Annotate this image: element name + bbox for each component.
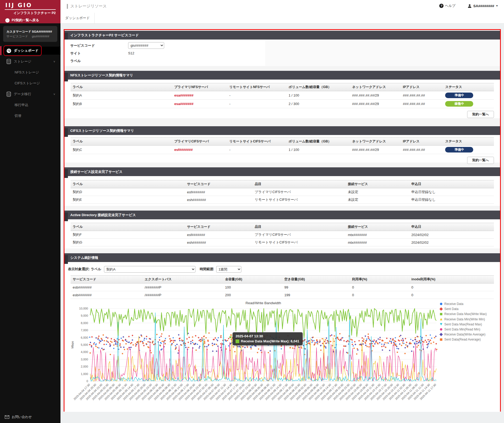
tooltip-series-value: Receive Data Max(Write Max): 6,041	[241, 339, 299, 343]
table-cell: 2 / 300	[286, 100, 350, 108]
target-select[interactable]: 契約A	[104, 266, 195, 273]
chart-tooltip: 2025-04-07 13:30 Receive Data Max(Write …	[233, 332, 303, 345]
column-header: ラベル	[71, 138, 172, 146]
sidebar-item-data-migration[interactable]: データ移行˅	[0, 90, 60, 98]
column-header: ラベル	[71, 180, 185, 188]
column-header: 接続サービス	[346, 180, 409, 188]
ad-service-table: ラベルサービスコード品目接続サービス申込日契約Fesf#######プライマリC…	[71, 223, 494, 246]
table-cell: esh#######	[185, 196, 253, 204]
table-cell: esb#######	[71, 284, 142, 291]
sidebar-item-label: 切替	[15, 114, 21, 118]
column-header: サービスコード	[185, 180, 253, 188]
title-accent-bar	[67, 4, 68, 9]
envelope-icon	[5, 415, 9, 419]
table-cell: esf#######	[185, 231, 253, 239]
contact-label: お問い合わせ	[12, 415, 32, 419]
sidebar-item-cifs-storage[interactable]: CIFSストレージ	[0, 79, 60, 87]
column-header: サービスコード	[185, 223, 253, 231]
tooltip-series-swatch	[236, 339, 239, 343]
column-header: 全容量(GB)	[223, 276, 282, 284]
customer-code-value: SGA########	[32, 29, 52, 34]
target-select-label: 表示対象選択: ラベル	[68, 267, 101, 272]
section-nfs-body: ラベルプライマリNFSサーバリモートサイトNFSサーバボリューム数/総容量（GB…	[64, 80, 500, 118]
cifs-contract-list-button[interactable]: 契約一覧へ	[467, 157, 494, 164]
service-code-select[interactable]: gis#######	[128, 42, 164, 49]
svg-text:Receive Data Max(Write Max): Receive Data Max(Write Max)	[444, 312, 487, 316]
section-stats-body: 表示対象選択: ラベル 契約A 時間範囲 1週間 サービスコードエクスポートパス…	[64, 262, 500, 412]
table-cell: 申込日登録なし	[409, 196, 494, 204]
user-menu[interactable]: SA######## ▼	[468, 4, 498, 8]
status-badge: 稼働中	[445, 101, 473, 107]
chevron-down-icon: ˅	[54, 93, 55, 96]
sidebar-item-nfs-storage[interactable]: NFSストレージ	[0, 68, 60, 76]
svg-text:5,000: 5,000	[81, 343, 88, 346]
table-row: 契約Besa#######-2 / 300###.###.##.##/29###…	[71, 100, 494, 108]
table-row: 契約Gesh#######リモートサイトCIFSサーバmtx#######202…	[71, 239, 494, 246]
database-icon	[6, 59, 14, 64]
table-row: 契約Desf#######プライマリCIFSサーバ未設定申込日登録なし	[71, 188, 494, 196]
sidebar-item-label: 移行申込	[15, 103, 28, 107]
sidebar: IIJ GIO インフラストラクチャー P2 ← P2契約一覧へ戻る カスタマー…	[0, 0, 60, 423]
tab-dashboard[interactable]: ダッシュボード	[60, 13, 95, 23]
sidebar-item-storage[interactable]: ストレージ˅	[0, 58, 60, 66]
column-header: IPアドレス	[401, 138, 443, 146]
table-cell: 2024/02/02	[409, 231, 494, 239]
section-notch	[64, 212, 68, 221]
column-header: ボリューム数/総容量（GB）	[286, 138, 350, 146]
user-label: SA########	[473, 4, 494, 8]
table-row: 契約Cesf#######-1 / 100###.###.##.##/29###…	[71, 146, 494, 154]
top-header: ストレージリソース ? ヘルプ SA######## ▼	[60, 0, 504, 13]
section-service-code-header: インフラストラクチャーP2 サービスコード	[64, 31, 500, 40]
site-field-label: サイト	[70, 51, 128, 56]
table-cell: 0	[409, 291, 494, 299]
section-notch	[64, 128, 68, 137]
svg-text:Sent Data: Sent Data	[444, 307, 459, 311]
service-code-label: サービスコード	[6, 34, 32, 39]
table-cell: 申込日登録なし	[409, 188, 494, 196]
nfs-contract-list-button[interactable]: 契約一覧へ	[467, 111, 494, 118]
help-button[interactable]: ? ヘルプ	[439, 3, 455, 8]
table-cell: 0	[350, 291, 409, 299]
svg-text:9,000: 9,000	[81, 314, 88, 317]
table-cell: 契約G	[71, 239, 185, 246]
table-cell: ###.###.##.##	[401, 146, 443, 154]
table-cell: 1 / 100	[286, 146, 350, 154]
back-label: P2契約一覧へ戻る	[12, 18, 39, 23]
contact-link[interactable]: お問い合わせ	[0, 415, 65, 419]
table-row: 契約Aesa#######-1 / 100###.###.##.##/29###…	[71, 91, 494, 100]
column-header: 接続サービス	[346, 223, 409, 231]
table-cell: esh#######	[185, 239, 253, 246]
column-header: IPアドレス	[401, 83, 443, 91]
table-row: 契約Fesf#######プライマリCIFSサーバmtx#######2024/…	[71, 231, 494, 239]
table-cell: ###.###.##.##	[401, 100, 443, 108]
table-cell: esb#######	[71, 291, 142, 299]
svg-text:Sent Data Min(Read Min): Sent Data Min(Read Min)	[444, 328, 480, 331]
svg-text:0: 0	[86, 380, 88, 383]
column-header: プライマリCIFSサーバ	[172, 138, 227, 146]
table-cell: 0	[350, 284, 409, 291]
column-header: 利用率(%)	[350, 276, 409, 284]
table-cell: esf#######	[172, 146, 227, 154]
table-cell: 未設定	[346, 188, 409, 196]
status-badge: 準備中	[445, 147, 473, 152]
sidebar-item-switchover[interactable]: 切替	[0, 112, 60, 120]
svg-text:Mbps: Mbps	[71, 341, 74, 348]
svg-text:6,000: 6,000	[81, 336, 88, 339]
customer-code-label: カスタマーコード	[6, 29, 32, 34]
svg-text:Sent Data(Read Average): Sent Data(Read Average)	[444, 338, 481, 341]
table-cell: esf#######	[185, 188, 253, 196]
time-range-select[interactable]: 1週間	[216, 266, 241, 273]
sidebar-item-dashboard[interactable]: ダッシュボード	[0, 47, 60, 55]
column-header: 品目	[253, 223, 346, 231]
table-cell: /#######P	[142, 284, 223, 291]
section-cifs-header: CIFSストレージリソース契約情報サマリ	[64, 126, 500, 135]
column-header: 申込日	[409, 180, 494, 188]
back-to-contract-list-link[interactable]: ← P2契約一覧へ戻る	[0, 15, 60, 23]
table-cell: ###.###.##.##/29	[350, 146, 401, 154]
brand-logo: IIJ GIO	[0, 0, 60, 8]
table-cell: 準備中	[443, 146, 494, 154]
sidebar-item-migration-apply[interactable]: 移行申込	[0, 101, 60, 109]
nfs-contract-table: ラベルプライマリNFSサーバリモートサイトNFSサーバボリューム数/総容量（GB…	[71, 83, 494, 108]
table-cell: -	[227, 91, 286, 100]
column-header: ラベル	[71, 83, 172, 91]
